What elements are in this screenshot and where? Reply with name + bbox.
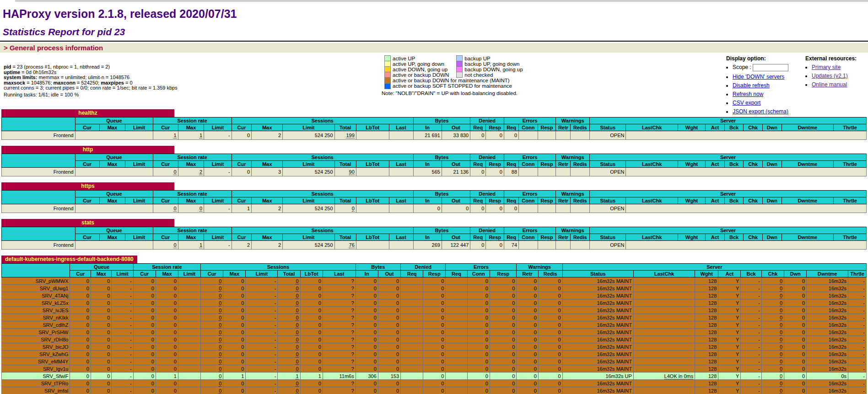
- dresp: 0: [423, 380, 446, 387]
- server-row-SRV_4TANj: SRV_4TANj00-00 00-00?00 0 000016m32s MAI…: [2, 292, 867, 299]
- ereq: [446, 285, 467, 292]
- rate-cur: 1: [153, 131, 178, 140]
- stot: 0: [278, 277, 300, 285]
- dresp: 0: [423, 321, 446, 329]
- proxy-name-link[interactable]: http: [1, 146, 174, 154]
- display-option-link[interactable]: CSV export: [733, 100, 760, 106]
- lastchk: [633, 277, 695, 285]
- proxy-name-link[interactable]: stats: [1, 219, 174, 227]
- sessions-last: [389, 241, 413, 250]
- bck: -: [741, 387, 761, 394]
- wght: 128: [695, 321, 718, 329]
- sscur: 0: [201, 292, 223, 299]
- column-header-dwntme: Dwntme: [807, 271, 848, 277]
- stats-table-https: QueueSession rateSessionsBytesDeniedErro…: [1, 190, 867, 213]
- rate-max: 1: [178, 131, 204, 140]
- qcur: 0: [70, 321, 91, 329]
- wretr: 0: [517, 387, 538, 394]
- display-option-link[interactable]: JSON export (schema): [733, 108, 788, 115]
- display-option-link[interactable]: Refresh now: [733, 91, 763, 97]
- wretr: 0: [517, 292, 538, 299]
- proxy-name-link[interactable]: https: [1, 182, 174, 190]
- external-resource-link[interactable]: Primary site: [812, 64, 841, 70]
- scope-label: Scope :: [733, 64, 751, 70]
- qmax: 0: [91, 380, 111, 387]
- proxy-name-link[interactable]: healthz: [1, 109, 174, 117]
- column-header-qcur: Cur: [75, 234, 99, 241]
- dresp: 0: [423, 387, 446, 394]
- wretr: 0: [517, 373, 538, 380]
- scur: 0: [133, 307, 156, 314]
- legend-row: active or backup DOWNnot checked: [385, 72, 530, 78]
- smax: 0: [156, 358, 178, 365]
- display-options-heading: Display option:: [726, 55, 812, 62]
- eresp: 0: [490, 285, 517, 292]
- external-resource-link[interactable]: Online manual: [812, 81, 847, 88]
- proxy-name-link[interactable]: default-kubernetes-ingress-default-backe…: [1, 256, 137, 263]
- sslim: -: [246, 351, 278, 358]
- smax: 0: [156, 343, 178, 351]
- lbtot: 0: [300, 336, 323, 343]
- bck: -: [741, 358, 761, 365]
- column-header-bck: Bck: [724, 197, 744, 204]
- thrtle: -: [848, 277, 867, 285]
- scur: 0: [133, 343, 156, 351]
- column-header-dwn: Dwn: [784, 271, 807, 277]
- server-row-SRV_pWMWX: SRV_pWMWX00-00 00-00?00 0 000016m32s MAI…: [2, 277, 867, 285]
- denied-req: 0: [470, 204, 486, 213]
- column-header-lbtot: LbTot: [300, 271, 323, 277]
- thrtle: -: [848, 314, 867, 321]
- qmax: 0: [91, 343, 111, 351]
- sessions-cur: 0: [232, 168, 251, 176]
- column-header-scur: Cur: [153, 234, 178, 241]
- econn: 0: [467, 387, 490, 394]
- dresp: 0: [423, 351, 446, 358]
- column-header-econn: Conn: [519, 161, 538, 168]
- legend-label: active DOWN, going up: [391, 67, 457, 72]
- sessions-cur: 0: [232, 131, 251, 140]
- sslim: -: [246, 343, 278, 351]
- external-resource-link[interactable]: Updates (v2.1): [812, 73, 848, 79]
- display-option-link[interactable]: Hide 'DOWN' servers: [733, 74, 784, 80]
- bck: -: [741, 299, 761, 307]
- column-header-status: Status: [590, 234, 626, 241]
- thrtle: -: [848, 343, 867, 351]
- column-header-slim: Limit: [178, 271, 200, 277]
- column-group-warnings: Warnings: [556, 154, 590, 161]
- chk: 0: [761, 285, 784, 292]
- legend-swatch-active-up-going-down-icon: [385, 61, 391, 67]
- column-header-eresp: Resp: [538, 161, 556, 168]
- wght: 128: [695, 365, 718, 373]
- scope-input[interactable]: [753, 64, 788, 71]
- column-header-qlim: Limit: [125, 124, 153, 131]
- column-header-wredis: Redis: [538, 271, 562, 277]
- wght: 128: [695, 329, 718, 336]
- column-header-sscur: Cur: [201, 271, 223, 277]
- scur: 0: [133, 321, 156, 329]
- dwntme: 16m32s: [807, 387, 848, 394]
- sscur: 0: [201, 277, 223, 285]
- ssmax: 0: [223, 314, 246, 321]
- column-group-bytes: Bytes: [413, 191, 470, 197]
- wredis: 0: [538, 292, 562, 299]
- server-row-SRV_dUwg1: SRV_dUwg100-00 00-00?00 0 000016m32s MAI…: [2, 285, 867, 292]
- eresp: 0: [490, 277, 517, 285]
- display-option-link[interactable]: Disable refresh: [733, 82, 770, 89]
- bin: 0: [356, 292, 378, 299]
- stats-table-healthz: QueueSession rateSessionsBytesDeniedErro…: [1, 117, 867, 140]
- chk: 0: [761, 329, 784, 336]
- corner-header: [2, 191, 75, 204]
- external-resource-item: Updates (v2.1): [812, 73, 868, 79]
- chk: 0: [761, 351, 784, 358]
- proxy-block-http: http QueueSession rateSessionsBytesDenie…: [0, 146, 868, 176]
- server-name: SRV_kLZ5x: [2, 299, 70, 307]
- sessions-total: 90: [334, 168, 356, 176]
- eresp: 0: [490, 292, 517, 299]
- ssmax: 0: [223, 387, 246, 394]
- server-name: SRV_ivJES: [2, 307, 70, 314]
- column-header-bck: Bck: [724, 161, 744, 168]
- chk: 0: [761, 387, 784, 394]
- errors-resp: [538, 241, 556, 250]
- column-group-session-rate: Session rate: [153, 191, 232, 197]
- last: ?: [323, 299, 356, 307]
